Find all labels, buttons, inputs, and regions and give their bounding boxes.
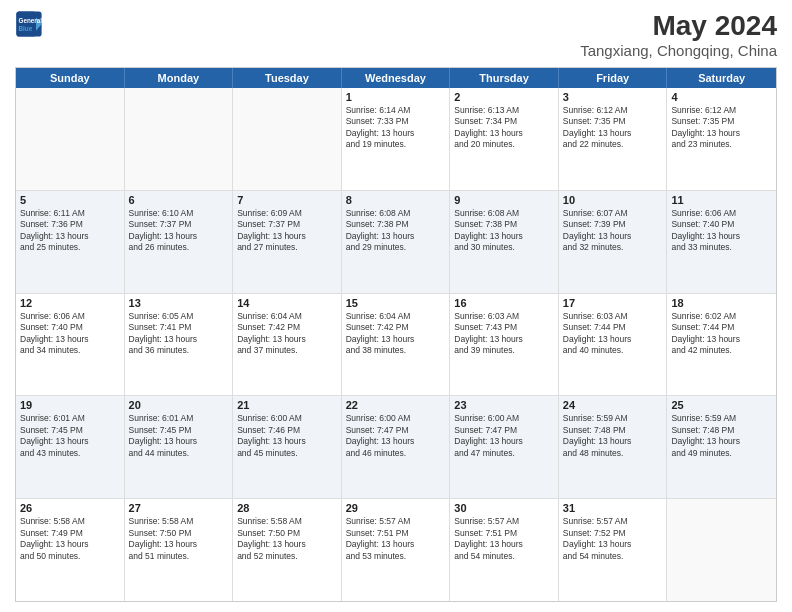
cell-info: Sunrise: 6:12 AMSunset: 7:35 PMDaylight:… xyxy=(671,105,772,151)
calendar-cell: 15Sunrise: 6:04 AMSunset: 7:42 PMDayligh… xyxy=(342,294,451,396)
cell-info: Sunrise: 5:57 AMSunset: 7:51 PMDaylight:… xyxy=(346,516,446,562)
cell-info: Sunrise: 6:03 AMSunset: 7:43 PMDaylight:… xyxy=(454,311,554,357)
calendar-cell: 10Sunrise: 6:07 AMSunset: 7:39 PMDayligh… xyxy=(559,191,668,293)
calendar-header: SundayMondayTuesdayWednesdayThursdayFrid… xyxy=(16,68,776,88)
day-number: 5 xyxy=(20,194,120,206)
main-title: May 2024 xyxy=(580,10,777,42)
day-number: 26 xyxy=(20,502,120,514)
calendar-cell xyxy=(125,88,234,190)
calendar-cell xyxy=(16,88,125,190)
calendar-cell: 2Sunrise: 6:13 AMSunset: 7:34 PMDaylight… xyxy=(450,88,559,190)
calendar-row: 1Sunrise: 6:14 AMSunset: 7:33 PMDaylight… xyxy=(16,88,776,191)
cell-info: Sunrise: 6:04 AMSunset: 7:42 PMDaylight:… xyxy=(237,311,337,357)
subtitle: Tangxiang, Chongqing, China xyxy=(580,42,777,59)
calendar-cell: 1Sunrise: 6:14 AMSunset: 7:33 PMDaylight… xyxy=(342,88,451,190)
cell-info: Sunrise: 6:08 AMSunset: 7:38 PMDaylight:… xyxy=(346,208,446,254)
weekday-header: Wednesday xyxy=(342,68,451,88)
day-number: 2 xyxy=(454,91,554,103)
day-number: 17 xyxy=(563,297,663,309)
calendar-cell: 16Sunrise: 6:03 AMSunset: 7:43 PMDayligh… xyxy=(450,294,559,396)
cell-info: Sunrise: 5:57 AMSunset: 7:52 PMDaylight:… xyxy=(563,516,663,562)
calendar-cell: 20Sunrise: 6:01 AMSunset: 7:45 PMDayligh… xyxy=(125,396,234,498)
calendar-row: 12Sunrise: 6:06 AMSunset: 7:40 PMDayligh… xyxy=(16,294,776,397)
cell-info: Sunrise: 5:58 AMSunset: 7:50 PMDaylight:… xyxy=(237,516,337,562)
calendar-cell: 30Sunrise: 5:57 AMSunset: 7:51 PMDayligh… xyxy=(450,499,559,601)
cell-info: Sunrise: 6:10 AMSunset: 7:37 PMDaylight:… xyxy=(129,208,229,254)
calendar-cell: 8Sunrise: 6:08 AMSunset: 7:38 PMDaylight… xyxy=(342,191,451,293)
cell-info: Sunrise: 5:57 AMSunset: 7:51 PMDaylight:… xyxy=(454,516,554,562)
weekday-header: Saturday xyxy=(667,68,776,88)
cell-info: Sunrise: 5:59 AMSunset: 7:48 PMDaylight:… xyxy=(563,413,663,459)
cell-info: Sunrise: 6:00 AMSunset: 7:47 PMDaylight:… xyxy=(346,413,446,459)
calendar-row: 5Sunrise: 6:11 AMSunset: 7:36 PMDaylight… xyxy=(16,191,776,294)
cell-info: Sunrise: 6:07 AMSunset: 7:39 PMDaylight:… xyxy=(563,208,663,254)
day-number: 22 xyxy=(346,399,446,411)
day-number: 4 xyxy=(671,91,772,103)
cell-info: Sunrise: 6:14 AMSunset: 7:33 PMDaylight:… xyxy=(346,105,446,151)
day-number: 27 xyxy=(129,502,229,514)
calendar-cell: 23Sunrise: 6:00 AMSunset: 7:47 PMDayligh… xyxy=(450,396,559,498)
calendar-cell: 12Sunrise: 6:06 AMSunset: 7:40 PMDayligh… xyxy=(16,294,125,396)
cell-info: Sunrise: 5:59 AMSunset: 7:48 PMDaylight:… xyxy=(671,413,772,459)
weekday-header: Tuesday xyxy=(233,68,342,88)
day-number: 14 xyxy=(237,297,337,309)
day-number: 15 xyxy=(346,297,446,309)
day-number: 29 xyxy=(346,502,446,514)
calendar-cell: 21Sunrise: 6:00 AMSunset: 7:46 PMDayligh… xyxy=(233,396,342,498)
calendar-cell: 29Sunrise: 5:57 AMSunset: 7:51 PMDayligh… xyxy=(342,499,451,601)
cell-info: Sunrise: 6:04 AMSunset: 7:42 PMDaylight:… xyxy=(346,311,446,357)
day-number: 12 xyxy=(20,297,120,309)
day-number: 6 xyxy=(129,194,229,206)
cell-info: Sunrise: 5:58 AMSunset: 7:50 PMDaylight:… xyxy=(129,516,229,562)
weekday-header: Friday xyxy=(559,68,668,88)
day-number: 18 xyxy=(671,297,772,309)
logo-icon: General Blue xyxy=(15,10,43,38)
calendar: SundayMondayTuesdayWednesdayThursdayFrid… xyxy=(15,67,777,602)
cell-info: Sunrise: 6:12 AMSunset: 7:35 PMDaylight:… xyxy=(563,105,663,151)
day-number: 19 xyxy=(20,399,120,411)
cell-info: Sunrise: 6:00 AMSunset: 7:47 PMDaylight:… xyxy=(454,413,554,459)
day-number: 13 xyxy=(129,297,229,309)
cell-info: Sunrise: 6:09 AMSunset: 7:37 PMDaylight:… xyxy=(237,208,337,254)
day-number: 16 xyxy=(454,297,554,309)
cell-info: Sunrise: 5:58 AMSunset: 7:49 PMDaylight:… xyxy=(20,516,120,562)
calendar-cell: 19Sunrise: 6:01 AMSunset: 7:45 PMDayligh… xyxy=(16,396,125,498)
day-number: 25 xyxy=(671,399,772,411)
cell-info: Sunrise: 6:01 AMSunset: 7:45 PMDaylight:… xyxy=(129,413,229,459)
calendar-cell: 27Sunrise: 5:58 AMSunset: 7:50 PMDayligh… xyxy=(125,499,234,601)
calendar-body: 1Sunrise: 6:14 AMSunset: 7:33 PMDaylight… xyxy=(16,88,776,601)
cell-info: Sunrise: 6:13 AMSunset: 7:34 PMDaylight:… xyxy=(454,105,554,151)
calendar-cell: 4Sunrise: 6:12 AMSunset: 7:35 PMDaylight… xyxy=(667,88,776,190)
calendar-row: 26Sunrise: 5:58 AMSunset: 7:49 PMDayligh… xyxy=(16,499,776,601)
day-number: 7 xyxy=(237,194,337,206)
calendar-cell: 14Sunrise: 6:04 AMSunset: 7:42 PMDayligh… xyxy=(233,294,342,396)
day-number: 24 xyxy=(563,399,663,411)
day-number: 31 xyxy=(563,502,663,514)
calendar-cell: 25Sunrise: 5:59 AMSunset: 7:48 PMDayligh… xyxy=(667,396,776,498)
calendar-cell: 24Sunrise: 5:59 AMSunset: 7:48 PMDayligh… xyxy=(559,396,668,498)
cell-info: Sunrise: 6:01 AMSunset: 7:45 PMDaylight:… xyxy=(20,413,120,459)
calendar-cell: 26Sunrise: 5:58 AMSunset: 7:49 PMDayligh… xyxy=(16,499,125,601)
svg-text:Blue: Blue xyxy=(19,25,33,32)
cell-info: Sunrise: 6:08 AMSunset: 7:38 PMDaylight:… xyxy=(454,208,554,254)
calendar-cell: 18Sunrise: 6:02 AMSunset: 7:44 PMDayligh… xyxy=(667,294,776,396)
calendar-cell: 31Sunrise: 5:57 AMSunset: 7:52 PMDayligh… xyxy=(559,499,668,601)
day-number: 30 xyxy=(454,502,554,514)
cell-info: Sunrise: 6:02 AMSunset: 7:44 PMDaylight:… xyxy=(671,311,772,357)
day-number: 10 xyxy=(563,194,663,206)
day-number: 8 xyxy=(346,194,446,206)
weekday-header: Thursday xyxy=(450,68,559,88)
calendar-cell xyxy=(667,499,776,601)
weekday-header: Monday xyxy=(125,68,234,88)
calendar-cell: 7Sunrise: 6:09 AMSunset: 7:37 PMDaylight… xyxy=(233,191,342,293)
calendar-row: 19Sunrise: 6:01 AMSunset: 7:45 PMDayligh… xyxy=(16,396,776,499)
svg-rect-2 xyxy=(16,11,36,36)
day-number: 1 xyxy=(346,91,446,103)
calendar-cell: 6Sunrise: 6:10 AMSunset: 7:37 PMDaylight… xyxy=(125,191,234,293)
cell-info: Sunrise: 6:00 AMSunset: 7:46 PMDaylight:… xyxy=(237,413,337,459)
day-number: 11 xyxy=(671,194,772,206)
calendar-cell: 9Sunrise: 6:08 AMSunset: 7:38 PMDaylight… xyxy=(450,191,559,293)
weekday-header: Sunday xyxy=(16,68,125,88)
cell-info: Sunrise: 6:03 AMSunset: 7:44 PMDaylight:… xyxy=(563,311,663,357)
calendar-cell: 28Sunrise: 5:58 AMSunset: 7:50 PMDayligh… xyxy=(233,499,342,601)
